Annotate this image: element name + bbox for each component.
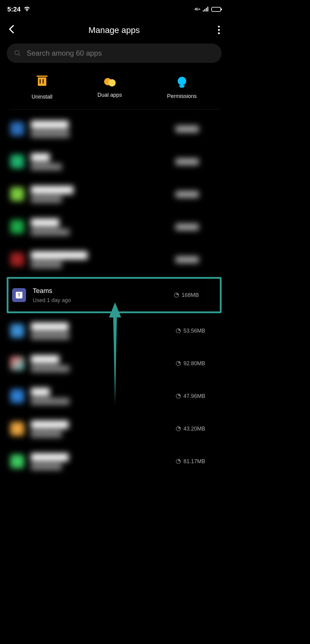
permissions-icon — [178, 77, 186, 85]
dual-apps-icon — [104, 76, 116, 88]
uninstall-label: Uninstall — [31, 94, 52, 100]
storage-icon — [176, 393, 181, 399]
list-item[interactable]: ██████████████████ ██████ — [0, 112, 228, 145]
trash-icon — [38, 77, 46, 86]
permissions-label: Permissions — [167, 93, 197, 99]
battery-icon — [211, 7, 221, 12]
list-item[interactable]: ██████████████ 47.96MB — [0, 380, 228, 412]
list-item[interactable]: ████████████ ██████ — [0, 145, 228, 178]
list-item[interactable]: █████████████████ ██████ — [0, 178, 228, 210]
teams-app-icon: T — [12, 288, 26, 302]
header: Manage apps — [0, 16, 228, 44]
svg-line-5 — [18, 54, 20, 56]
app-size: 92.80MB — [183, 360, 205, 367]
storage-icon — [174, 292, 179, 298]
list-item[interactable]: ████████████████ 92.80MB — [0, 347, 228, 380]
uninstall-button[interactable]: Uninstall — [31, 76, 52, 100]
storage-icon — [176, 459, 181, 464]
search-placeholder: Search among 60 apps — [27, 49, 102, 57]
highlighted-app-box: T Teams Used 1 day ago 168MB — [7, 277, 222, 313]
app-item-teams[interactable]: T Teams Used 1 day ago 168MB — [8, 279, 220, 311]
storage-icon — [176, 328, 181, 333]
svg-rect-1 — [204, 9, 205, 11]
back-button[interactable] — [8, 25, 15, 35]
search-icon — [14, 50, 21, 57]
list-item[interactable]: ████████████████ 43.20MB — [0, 412, 228, 445]
app-size: 81.17MB — [183, 458, 205, 465]
status-time: 5:24 — [7, 5, 21, 13]
more-button[interactable] — [218, 26, 220, 34]
app-size: 43.20MB — [183, 426, 205, 432]
wifi-icon — [24, 5, 30, 13]
list-item[interactable]: ████████████████ ██████ — [0, 210, 228, 243]
list-item[interactable]: ██████████████████ 53.56MB — [0, 314, 228, 347]
storage-icon — [176, 426, 181, 431]
actions-row: Uninstall Dual apps Permissions — [9, 72, 219, 109]
signal-icon — [203, 5, 209, 13]
svg-point-4 — [15, 50, 19, 55]
app-size: 47.96MB — [183, 393, 205, 399]
list-item[interactable]: ████████████████ 81.17MB — [0, 445, 228, 478]
network-label: 4G+ — [195, 8, 200, 11]
app-usage: Used 1 day ago — [33, 297, 167, 304]
svg-rect-2 — [206, 8, 207, 11]
app-size: 53.56MB — [183, 328, 205, 334]
dual-apps-button[interactable]: Dual apps — [97, 76, 122, 100]
svg-rect-3 — [207, 7, 208, 11]
svg-rect-0 — [203, 10, 204, 11]
permissions-button[interactable]: Permissions — [167, 76, 197, 100]
search-input[interactable]: Search among 60 apps — [7, 44, 222, 63]
storage-icon — [176, 361, 181, 366]
app-size: 168MB — [182, 292, 199, 298]
app-name: Teams — [33, 287, 167, 295]
list-item[interactable]: ████████████████████ ██████ — [0, 243, 228, 276]
status-bar: 5:24 4G+ — [0, 0, 228, 16]
app-list: ██████████████████ ██████ ████████████ █… — [0, 109, 228, 490]
page-title: Manage apps — [88, 25, 140, 35]
dual-apps-label: Dual apps — [97, 92, 122, 98]
